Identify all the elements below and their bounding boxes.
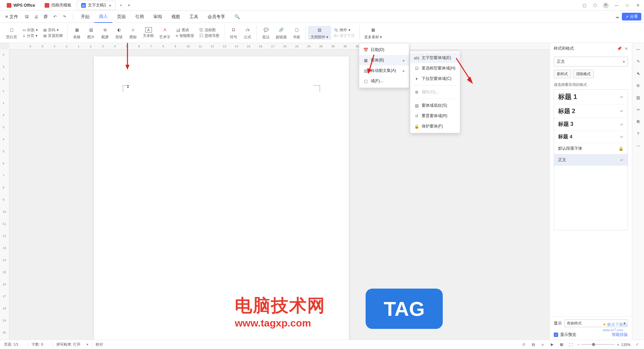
tab-insert[interactable]: 插入 xyxy=(94,11,112,23)
collapse-icon[interactable]: — xyxy=(635,46,642,53)
maximize-icon[interactable]: □ xyxy=(624,2,631,9)
wordart-button[interactable]: A艺术字 xyxy=(157,26,173,40)
menu-form[interactable]: ▦窗体(B)▸ xyxy=(359,55,409,65)
word-count[interactable]: 字数: 0 xyxy=(32,342,43,347)
proofing-status[interactable]: 校对 xyxy=(96,342,103,347)
tab-reference[interactable]: 引用 xyxy=(130,11,149,23)
comment-button[interactable]: 💬批注 xyxy=(259,26,273,40)
canvas-area[interactable]: document.write('') 864212345678910111213… xyxy=(0,43,549,340)
tab-review[interactable]: 审阅 xyxy=(149,11,167,23)
cloud-icon[interactable]: ☁ xyxy=(615,14,619,19)
redo-icon[interactable]: ↷ xyxy=(61,13,68,20)
avatar-icon[interactable] xyxy=(602,2,609,9)
help-icon[interactable]: ? xyxy=(635,130,642,138)
undo-icon[interactable]: ↶ xyxy=(52,13,58,20)
focus-mode-icon[interactable]: ⊙ xyxy=(521,342,527,348)
style-item-default[interactable]: 默认段落字体🔒 xyxy=(554,143,628,154)
smart-layout-link[interactable]: 智能排版 xyxy=(612,332,628,338)
menu-protect-form[interactable]: 🔒保护窗体(F) xyxy=(410,121,460,132)
tab-member[interactable]: 会员专享 xyxy=(203,11,230,23)
chart-smartart-group[interactable]: 📊 图表 ⧈ 智能图形 xyxy=(173,28,197,38)
doc-parts-button[interactable]: ▤文档部件 ▾ xyxy=(308,26,331,40)
pencil-icon[interactable]: ✎ xyxy=(635,58,642,65)
pin-icon[interactable]: 📌 xyxy=(617,46,622,51)
spell-check-status[interactable]: 拼写检查: 打开 xyxy=(56,342,80,347)
window-layout-icon[interactable]: ▢ xyxy=(581,2,588,9)
vertical-ruler[interactable]: 43211234567891011121314151617181920 xyxy=(0,50,9,340)
scissors-icon[interactable]: ✂ xyxy=(635,106,642,113)
print-icon[interactable]: 🖨 xyxy=(33,13,40,20)
search-button[interactable]: 🔍 xyxy=(230,11,245,23)
table-button[interactable]: ▦表格 xyxy=(70,26,84,40)
screenshot-button[interactable]: ⧉截屏 xyxy=(98,26,112,40)
tab-start[interactable]: 开始 xyxy=(76,11,94,23)
style-list[interactable]: 标题 1↵ 标题 2↵ 标题 3↵ 标题 4↵ 默认段落字体🔒 正文↵ xyxy=(554,89,628,230)
read-view-icon[interactable]: ▶ xyxy=(549,342,555,348)
hyperlink-button[interactable]: 🔗超链接 xyxy=(273,26,289,40)
tab-tools[interactable]: 工具 xyxy=(185,11,203,23)
zoom-control[interactable]: − + 133% xyxy=(577,343,631,347)
preview-checkbox[interactable]: ✓ xyxy=(554,333,558,337)
menu-text-form[interactable]: ab|文字型窗体域(E) xyxy=(410,53,460,63)
page-number-group[interactable]: ▤ 页码 ▾ ▤ 页眉页脚 xyxy=(41,28,65,38)
more-material-button[interactable]: ▦更多素材 ▾ xyxy=(362,26,385,40)
textbox-button[interactable]: A文本框 xyxy=(140,27,157,38)
tab-page[interactable]: 页面 xyxy=(112,11,130,23)
tools-icon[interactable]: 🛠 xyxy=(635,118,642,126)
web-view-icon[interactable]: ▦ xyxy=(558,342,565,348)
close-icon[interactable]: ✕ xyxy=(635,2,641,9)
style-item-h4[interactable]: 标题 4↵ xyxy=(554,131,628,143)
menu-field[interactable]: ▢域(F)... xyxy=(359,76,409,86)
menu-form-shading[interactable]: ▨窗体域底纹(S) xyxy=(410,100,460,111)
zoom-in-icon[interactable]: + xyxy=(617,343,619,347)
clear-format-button[interactable]: 清除格式 xyxy=(573,70,594,78)
menu-checkbox-form[interactable]: ☑复选框型窗体域(H) xyxy=(410,63,460,73)
horizontal-ruler[interactable]: document.write('') 864212345678910111213… xyxy=(9,43,549,50)
select-icon[interactable]: ⬉ xyxy=(635,70,642,77)
cube-icon[interactable]: ⬡ xyxy=(592,2,598,9)
current-style-dropdown[interactable]: 正文▾ xyxy=(554,57,628,66)
document-page[interactable] xyxy=(94,56,349,340)
zoom-value[interactable]: 133% xyxy=(621,343,631,347)
new-style-button[interactable]: 新样式 xyxy=(554,70,571,78)
fullscreen-icon[interactable]: ⛶ xyxy=(568,342,574,348)
tab-list-button[interactable]: ▾ xyxy=(125,1,133,9)
save-icon[interactable]: 🖫 xyxy=(23,13,30,20)
file-menu[interactable]: ≡ 文件 xyxy=(3,12,21,21)
equation-button[interactable]: √x公式 xyxy=(240,26,255,40)
template-tab[interactable]: 找稿壳模板 xyxy=(41,1,75,10)
blank-page-button[interactable]: ▢空白页 xyxy=(3,26,20,40)
tab-view[interactable]: 视图 xyxy=(167,11,185,23)
close-icon[interactable]: ✕ xyxy=(625,46,628,51)
selection-pane-icon[interactable]: ⧉ xyxy=(635,82,642,89)
flowchart-mindmap-group[interactable]: ⿻ 流程图 ⿴ 思维导图 xyxy=(197,28,222,38)
zoom-out-icon[interactable]: − xyxy=(577,343,579,347)
style-item-h3[interactable]: 标题 3↵ xyxy=(554,118,628,131)
cover-page-group[interactable]: ▭ 封面 ▾ ⤓ 分页 ▾ xyxy=(20,28,41,38)
app-tab[interactable]: WPS Office xyxy=(3,1,39,10)
outline-view-icon[interactable]: ≡ xyxy=(540,342,546,348)
icons-button[interactable]: ☺图标 xyxy=(126,26,140,40)
bookmark-button[interactable]: ▢书签 xyxy=(289,26,304,40)
style-item-body[interactable]: 正文↵ xyxy=(554,154,628,166)
style-item-h2[interactable]: 标题 2↵ xyxy=(554,104,628,118)
page-indicator[interactable]: 页面: 1/1 xyxy=(4,342,18,347)
new-tab-button[interactable]: + xyxy=(117,1,125,9)
share-button[interactable]: ↗ 分享 xyxy=(622,13,641,20)
picture-button[interactable]: ▨图片 xyxy=(84,26,98,40)
menu-autotext[interactable]: ▤自动图文集(A)▸ xyxy=(359,65,409,76)
shapes-button[interactable]: ◐形状 xyxy=(112,26,126,40)
page-view-icon[interactable]: ▤ xyxy=(530,342,536,348)
fit-icon[interactable]: ⤢ xyxy=(634,342,640,348)
attachment-dropcap-group[interactable]: 📎 附件 ▾ A≡ 首字下沉 xyxy=(331,28,357,38)
more-icon[interactable]: ⋯ xyxy=(635,142,642,150)
zoom-slider[interactable] xyxy=(581,344,615,345)
preview-icon[interactable]: 🗐 xyxy=(42,13,49,20)
menu-reset-form[interactable]: ↺重置窗体域(R) xyxy=(410,111,460,121)
minimize-icon[interactable]: — xyxy=(613,2,620,9)
menu-date[interactable]: 📅日期(D) xyxy=(359,45,409,55)
document-tab[interactable]: W 文字文稿1 ● xyxy=(77,1,116,10)
tab-close-icon[interactable]: ● xyxy=(109,3,111,8)
symbol-button[interactable]: Ω符号 xyxy=(226,26,240,40)
menu-dropdown-form[interactable]: ▾下拉型窗体域(C) xyxy=(410,73,460,84)
